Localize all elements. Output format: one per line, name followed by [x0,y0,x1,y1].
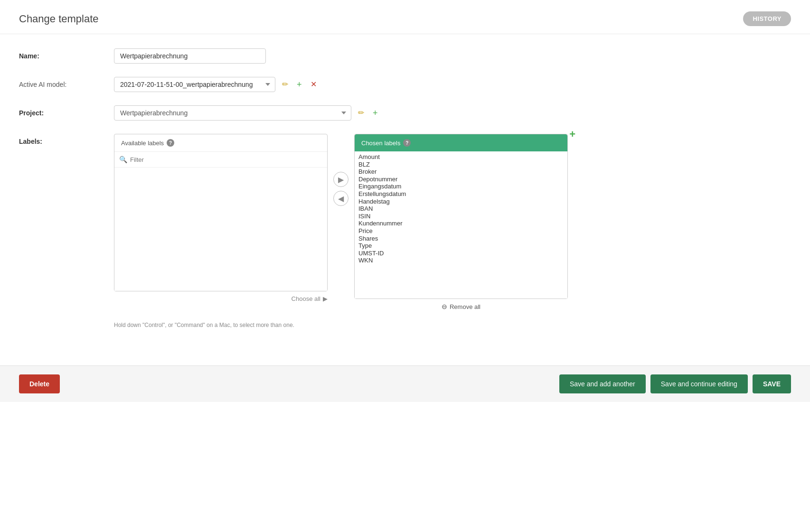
remove-all-row: ⊖ Remove all [354,299,568,314]
transfer-buttons: ▶ ◀ [328,172,354,206]
available-list-area[interactable] [114,168,327,291]
chosen-list-area[interactable]: AmountBLZBrokerDepotnummerEingangsdatumE… [355,151,567,299]
remove-all-label: Remove all [450,303,480,310]
footer-bar: Delete Save and add another Save and con… [0,365,810,402]
filter-input[interactable] [130,156,322,163]
save-button[interactable]: SAVE [753,374,791,393]
available-labels-select[interactable] [114,168,327,291]
filter-search-icon: 🔍 [119,156,127,163]
ai-model-label: Active AI model: [19,77,114,88]
ai-model-row: Active AI model: 2021-07-20-11-51-00_wer… [19,77,791,92]
ai-model-delete-button[interactable]: ✕ [309,80,319,89]
move-right-button[interactable]: ▶ [333,172,348,187]
project-add-button[interactable]: + [371,108,380,118]
chosen-labels-select[interactable]: AmountBLZBrokerDepotnummerEingangsdatumE… [355,151,567,299]
page-header: Change template HISTORY [0,0,810,34]
labels-columns: Available labels ? 🔍 [114,134,568,314]
available-help-icon[interactable]: ? [167,139,174,147]
choose-all-label: Choose all [292,295,320,302]
project-label: Project: [19,105,114,117]
name-input[interactable] [114,48,266,64]
remove-all-circle-icon: ⊖ [442,303,447,310]
form-content: Name: Active AI model: 2021-07-20-11-51-… [0,34,810,351]
footer-right: Save and add another Save and continue e… [559,374,791,393]
chosen-panel-wrapper: Chosen labels ? AmountBLZBrokerDepotnumm… [354,134,568,314]
remove-all-button[interactable]: ⊖ Remove all [442,303,480,310]
page-wrapper: Change template HISTORY Name: Active AI … [0,0,810,532]
choose-all-arrow-icon: ▶ [323,295,328,302]
labels-hint: Hold down "Control", or "Command" on a M… [114,322,294,328]
chosen-panel-header: Chosen labels ? [355,134,567,151]
name-label: Name: [19,48,114,60]
chosen-help-icon[interactable]: ? [403,139,411,147]
save-add-another-button[interactable]: Save and add another [559,374,646,393]
chosen-panel: Chosen labels ? AmountBLZBrokerDepotnumm… [354,134,568,299]
ai-model-edit-button[interactable]: ✏ [280,80,290,89]
history-button[interactable]: HISTORY [743,11,791,26]
project-row: Project: Wertpapierabrechnung ✏ + [19,105,791,121]
ai-model-add-button[interactable]: + [295,79,304,90]
name-control [114,48,791,64]
project-select[interactable]: Wertpapierabrechnung [114,105,351,121]
project-control: Wertpapierabrechnung ✏ + [114,105,791,121]
choose-all-row: Choose all ▶ [114,291,328,306]
save-continue-button[interactable]: Save and continue editing [650,374,748,393]
filter-wrapper: 🔍 [114,152,327,168]
labels-row: Labels: Available labels ? 🔍 [19,134,791,328]
ai-model-select[interactable]: 2021-07-20-11-51-00_wertpapierabrechnung [114,77,275,92]
chosen-labels-title: Chosen labels [361,140,400,147]
project-edit-button[interactable]: ✏ [356,108,366,118]
choose-all-button[interactable]: Choose all ▶ [292,295,328,302]
ai-model-control: 2021-07-20-11-51-00_wertpapierabrechnung… [114,77,791,92]
available-panel: Available labels ? 🔍 [114,134,328,291]
available-panel-header: Available labels ? [114,134,327,152]
available-labels-title: Available labels [121,140,164,147]
name-row: Name: [19,48,791,64]
delete-button[interactable]: Delete [19,374,60,393]
page-title: Change template [19,13,99,25]
project-select-wrapper: Wertpapierabrechnung ✏ + [114,105,380,121]
labels-control: Available labels ? 🔍 [114,134,791,328]
add-label-button[interactable]: + [569,128,575,140]
move-left-button[interactable]: ◀ [333,191,348,206]
labels-label: Labels: [19,134,114,145]
available-labels-section: Available labels ? 🔍 [114,134,328,306]
